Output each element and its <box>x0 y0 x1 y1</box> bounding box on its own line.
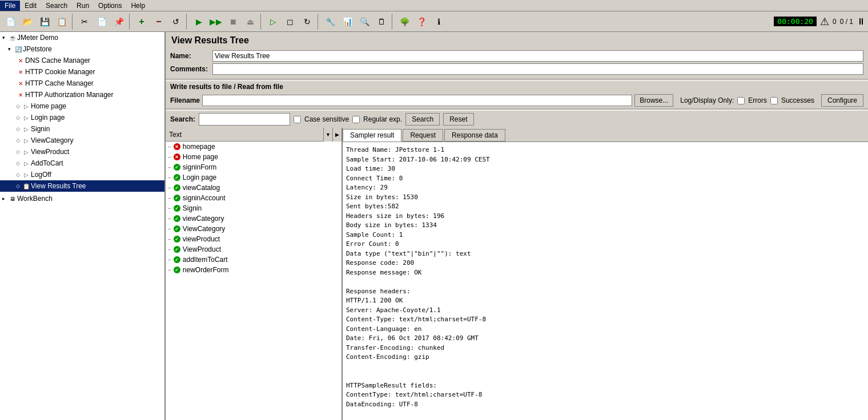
tree-item-jmeter-demo[interactable]: ▾ ☕ JMeter Demo <box>0 32 164 43</box>
status-dot-green-9: ✓ <box>174 246 180 253</box>
result-label-neworder: newOrderForm <box>183 266 229 274</box>
search-input[interactable] <box>199 113 290 126</box>
case-sensitive-checkbox[interactable] <box>294 116 301 123</box>
tree-item-signin[interactable]: ◇ ▷ Signin <box>0 123 164 135</box>
timer-area: 00:00:20 ⚠ 0 0 / 1 ⏸ <box>774 15 866 28</box>
remote-start-button[interactable]: ▷ <box>265 14 281 30</box>
menu-search[interactable]: Search <box>41 1 72 11</box>
tree-item-viewprod[interactable]: ◇ ▷ ViewProduct <box>0 146 164 158</box>
result-item-signinform[interactable]: − ✓ signinForm <box>166 162 341 172</box>
open-button[interactable]: 📂 <box>19 14 35 30</box>
tab-request[interactable]: Request <box>403 129 443 142</box>
sampler-icon-viewprod: ▷ <box>22 147 31 156</box>
wrench-icon-4: ✕ <box>16 90 25 99</box>
clear-button[interactable]: ↺ <box>168 14 184 30</box>
shutdown-button[interactable]: ⏏ <box>242 14 258 30</box>
errors-checkbox[interactable] <box>737 97 745 104</box>
sep6 <box>392 14 394 30</box>
help-button[interactable]: ❓ <box>413 14 429 30</box>
tree-view-button[interactable]: 🌳 <box>396 14 412 30</box>
tree-label-jmeter-demo: JMeter Demo <box>17 34 58 42</box>
result-item-loginpage[interactable]: − ✓ Login page <box>166 172 341 183</box>
comments-input[interactable] <box>212 63 863 75</box>
new-button[interactable]: 📄 <box>2 14 18 30</box>
remote-stop-button[interactable]: ◻ <box>282 14 298 30</box>
result-label-signinaccount: signinAccount <box>183 194 226 202</box>
status-dot-green-8: ✓ <box>174 236 180 243</box>
tree-label-jpetstore: JPetstore <box>23 45 52 53</box>
result-item-viewproduct[interactable]: − ✓ viewProduct <box>166 234 341 244</box>
tree-item-results-tree[interactable]: ◇ 📋 View Results Tree <box>0 180 164 192</box>
copy-button[interactable]: 📄 <box>94 14 110 30</box>
remote-clear-button[interactable]: ↻ <box>299 14 315 30</box>
filename-input[interactable] <box>202 95 632 106</box>
result-item-additem[interactable]: − ✓ addItemToCart <box>166 255 341 265</box>
tree-item-workbench[interactable]: ▸ 🖥 WorkBench <box>0 193 164 204</box>
tree-item-login[interactable]: ◇ ▷ Login page <box>0 112 164 123</box>
save-button[interactable]: 💾 <box>37 14 53 30</box>
tree-item-dns[interactable]: ✕ DNS Cache Manager <box>0 55 164 66</box>
results-list: Text ▼ ▶ − ✕ homepage − ✕ Home page <box>166 128 343 420</box>
paste-button[interactable]: 📌 <box>111 14 127 30</box>
results-header-expand[interactable]: ▶ <box>332 128 341 142</box>
name-row: Name: <box>170 50 863 62</box>
tree-item-cookie[interactable]: ✕ HTTP Cookie Manager <box>0 66 164 78</box>
search-button[interactable]: Search <box>405 113 440 126</box>
tree-item-addcart[interactable]: ◇ ▷ AddToCart <box>0 158 164 169</box>
tree-label-cookie: HTTP Cookie Manager <box>25 68 95 76</box>
expand-icon-logoff: ◇ <box>16 172 22 177</box>
func-test-button[interactable]: 🔧 <box>322 14 338 30</box>
expand-icon-wb: ▸ <box>2 196 8 201</box>
browse-button[interactable]: Browse... <box>634 94 673 107</box>
tab-sampler-result[interactable]: Sampler result <box>343 129 401 142</box>
menu-help[interactable]: Help <box>126 1 150 11</box>
remove-button[interactable]: − <box>151 14 167 30</box>
results-header-btn[interactable]: ▼ <box>323 128 332 142</box>
name-input[interactable] <box>212 50 863 62</box>
cut-button[interactable]: ✂ <box>77 14 93 30</box>
info-button[interactable]: ℹ <box>431 14 447 30</box>
result-item-viewcatalog[interactable]: − ✓ viewCatalog <box>166 183 341 193</box>
save-as-button[interactable]: 📋 <box>54 14 70 30</box>
tab-response-data[interactable]: Response data <box>444 129 505 142</box>
menu-options[interactable]: Options <box>94 1 126 11</box>
result-item-homepage[interactable]: − ✕ homepage <box>166 142 341 152</box>
menu-edit[interactable]: Edit <box>20 1 41 11</box>
filename-label: Filename <box>170 96 200 104</box>
result-item-signin[interactable]: − ✓ Signin <box>166 203 341 213</box>
log-button[interactable]: 🗒 <box>373 14 389 30</box>
results-header-text: Text <box>166 131 323 139</box>
tree-label-auth: HTTP Authorization Manager <box>25 91 114 99</box>
expand-icon-results: ◇ <box>16 183 22 189</box>
result-label-additem: addItemToCart <box>183 256 228 264</box>
run-no-stop-button[interactable]: ▶▶ <box>208 14 224 30</box>
report-button[interactable]: 📊 <box>339 14 355 30</box>
menu-file[interactable]: File <box>0 1 20 11</box>
result-item-viewcategory[interactable]: − ✓ viewCategory <box>166 213 341 224</box>
tree-item-jpetstore[interactable]: ▾ 🔄 JPetstore <box>0 43 164 55</box>
log-display-label: Log/Display Only: <box>680 96 734 104</box>
result-item-neworder[interactable]: − ✓ newOrderForm <box>166 265 341 275</box>
result-item-viewcategory2[interactable]: − ✓ ViewCategory <box>166 224 341 234</box>
tree-item-home[interactable]: ◇ ▷ Home page <box>0 100 164 112</box>
add-button[interactable]: + <box>134 14 150 30</box>
tree-item-auth[interactable]: ✕ HTTP Authorization Manager <box>0 89 164 100</box>
wrench-icon-2: ✕ <box>16 67 25 76</box>
sep4 <box>260 14 263 30</box>
monitor-button[interactable]: 🔍 <box>356 14 372 30</box>
reset-button[interactable]: Reset <box>443 113 473 126</box>
regex-checkbox[interactable] <box>352 116 360 123</box>
tree-item-logoff[interactable]: ◇ ▷ LogOff <box>0 169 164 180</box>
result-item-viewproduct2[interactable]: − ✓ ViewProduct <box>166 244 341 255</box>
result-item-homepage2[interactable]: − ✕ Home page <box>166 152 341 162</box>
result-item-signinaccount[interactable]: − ✓ signinAccount <box>166 193 341 203</box>
stop-button[interactable]: ⏹ <box>225 14 241 30</box>
tree-item-viewcat[interactable]: ◇ ▷ ViewCategory <box>0 135 164 146</box>
result-label-viewcategory2: ViewCategory <box>183 225 225 233</box>
successes-checkbox[interactable] <box>770 97 778 104</box>
tree-item-cache[interactable]: ✕ HTTP Cache Manager <box>0 78 164 89</box>
tree-label-cache: HTTP Cache Manager <box>25 79 94 87</box>
configure-button[interactable]: Configure <box>821 94 863 107</box>
menu-run[interactable]: Run <box>72 1 94 11</box>
run-button[interactable]: ▶ <box>191 14 207 30</box>
